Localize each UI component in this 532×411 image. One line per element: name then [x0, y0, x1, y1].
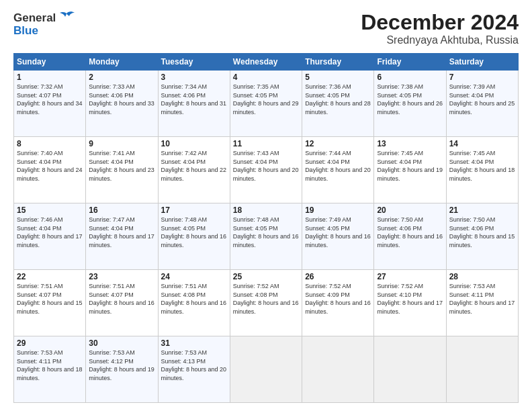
day-cell — [230, 336, 302, 403]
day-info: Sunrise: 7:43 AM Sunset: 4:04 PM Dayligh… — [233, 149, 299, 183]
day-number: 9 — [89, 139, 154, 148]
logo-blue: Blue — [13, 24, 76, 38]
day-cell: 13 Sunrise: 7:45 AM Sunset: 4:04 PM Dayl… — [374, 137, 446, 203]
header-row: Sunday Monday Tuesday Wednesday Thursday… — [14, 54, 519, 71]
day-cell: 17 Sunrise: 7:48 AM Sunset: 4:05 PM Dayl… — [158, 203, 230, 270]
day-cell: 20 Sunrise: 7:50 AM Sunset: 4:06 PM Dayl… — [374, 203, 446, 270]
day-cell: 18 Sunrise: 7:48 AM Sunset: 4:05 PM Dayl… — [230, 203, 302, 270]
col-sunday: Sunday — [14, 54, 86, 71]
day-info: Sunrise: 7:33 AM Sunset: 4:06 PM Dayligh… — [89, 83, 154, 116]
day-info: Sunrise: 7:53 AM Sunset: 4:13 PM Dayligh… — [161, 349, 227, 382]
day-cell: 5 Sunrise: 7:36 AM Sunset: 4:05 PM Dayli… — [302, 71, 374, 137]
day-cell: 4 Sunrise: 7:35 AM Sunset: 4:05 PM Dayli… — [230, 71, 302, 137]
week-row-2: 15 Sunrise: 7:46 AM Sunset: 4:04 PM Dayl… — [14, 203, 519, 270]
day-cell: 26 Sunrise: 7:52 AM Sunset: 4:09 PM Dayl… — [302, 270, 374, 336]
day-info: Sunrise: 7:51 AM Sunset: 4:08 PM Dayligh… — [161, 282, 227, 316]
day-number: 18 — [233, 205, 299, 215]
day-info: Sunrise: 7:45 AM Sunset: 4:04 PM Dayligh… — [449, 149, 515, 183]
day-cell — [374, 336, 446, 403]
day-cell: 31 Sunrise: 7:53 AM Sunset: 4:13 PM Dayl… — [158, 336, 230, 403]
day-number: 31 — [161, 338, 227, 348]
day-number: 4 — [233, 73, 299, 82]
day-number: 5 — [305, 73, 371, 82]
day-info: Sunrise: 7:50 AM Sunset: 4:06 PM Dayligh… — [449, 216, 515, 249]
day-number: 8 — [17, 139, 83, 148]
day-info: Sunrise: 7:46 AM Sunset: 4:04 PM Dayligh… — [17, 216, 83, 249]
week-row-0: 1 Sunrise: 7:32 AM Sunset: 4:07 PM Dayli… — [14, 71, 519, 137]
calendar-body: 1 Sunrise: 7:32 AM Sunset: 4:07 PM Dayli… — [14, 71, 519, 403]
day-info: Sunrise: 7:53 AM Sunset: 4:11 PM Dayligh… — [17, 349, 83, 382]
day-number: 16 — [89, 205, 154, 215]
day-cell: 23 Sunrise: 7:51 AM Sunset: 4:07 PM Dayl… — [86, 270, 158, 336]
logo: General Blue — [13, 11, 76, 38]
day-info: Sunrise: 7:49 AM Sunset: 4:05 PM Dayligh… — [305, 216, 371, 249]
col-friday: Friday — [374, 54, 446, 71]
week-row-4: 29 Sunrise: 7:53 AM Sunset: 4:11 PM Dayl… — [14, 336, 519, 403]
day-number: 1 — [17, 73, 83, 82]
day-number: 24 — [161, 272, 227, 281]
day-info: Sunrise: 7:53 AM Sunset: 4:12 PM Dayligh… — [89, 349, 154, 382]
day-number: 27 — [377, 272, 443, 281]
day-info: Sunrise: 7:52 AM Sunset: 4:09 PM Dayligh… — [305, 282, 371, 316]
day-number: 19 — [305, 205, 371, 215]
day-number: 12 — [305, 139, 371, 148]
calendar-table: Sunday Monday Tuesday Wednesday Thursday… — [13, 53, 519, 403]
week-row-1: 8 Sunrise: 7:40 AM Sunset: 4:04 PM Dayli… — [14, 137, 519, 203]
day-number: 14 — [449, 139, 515, 148]
day-cell: 2 Sunrise: 7:33 AM Sunset: 4:06 PM Dayli… — [86, 71, 158, 137]
logo-general: General — [13, 11, 56, 25]
day-number: 13 — [377, 139, 443, 148]
day-cell: 25 Sunrise: 7:52 AM Sunset: 4:08 PM Dayl… — [230, 270, 302, 336]
day-cell — [302, 336, 374, 403]
day-cell: 10 Sunrise: 7:42 AM Sunset: 4:04 PM Dayl… — [158, 137, 230, 203]
day-cell: 3 Sunrise: 7:34 AM Sunset: 4:06 PM Dayli… — [158, 71, 230, 137]
day-info: Sunrise: 7:40 AM Sunset: 4:04 PM Dayligh… — [17, 149, 83, 183]
day-info: Sunrise: 7:41 AM Sunset: 4:04 PM Dayligh… — [89, 149, 154, 183]
day-info: Sunrise: 7:52 AM Sunset: 4:08 PM Dayligh… — [233, 282, 299, 316]
week-row-3: 22 Sunrise: 7:51 AM Sunset: 4:07 PM Dayl… — [14, 270, 519, 336]
day-number: 11 — [233, 139, 299, 148]
day-number: 25 — [233, 272, 299, 281]
day-number: 6 — [377, 73, 443, 82]
day-cell: 30 Sunrise: 7:53 AM Sunset: 4:12 PM Dayl… — [86, 336, 158, 403]
day-info: Sunrise: 7:48 AM Sunset: 4:05 PM Dayligh… — [233, 216, 299, 249]
day-number: 20 — [377, 205, 443, 215]
day-info: Sunrise: 7:53 AM Sunset: 4:11 PM Dayligh… — [449, 282, 515, 316]
day-number: 15 — [17, 205, 83, 215]
day-number: 30 — [89, 338, 154, 348]
day-cell: 6 Sunrise: 7:38 AM Sunset: 4:05 PM Dayli… — [374, 71, 446, 137]
day-cell: 24 Sunrise: 7:51 AM Sunset: 4:08 PM Dayl… — [158, 270, 230, 336]
day-number: 17 — [161, 205, 227, 215]
day-info: Sunrise: 7:36 AM Sunset: 4:05 PM Dayligh… — [305, 83, 371, 116]
day-number: 22 — [17, 272, 83, 281]
day-cell — [446, 336, 518, 403]
day-cell: 21 Sunrise: 7:50 AM Sunset: 4:06 PM Dayl… — [446, 203, 518, 270]
title-block: December 2024 Srednyaya Akhtuba, Russia — [361, 11, 519, 46]
day-cell: 22 Sunrise: 7:51 AM Sunset: 4:07 PM Dayl… — [14, 270, 86, 336]
calendar-subtitle: Srednyaya Akhtuba, Russia — [361, 34, 519, 46]
col-saturday: Saturday — [446, 54, 518, 71]
day-info: Sunrise: 7:39 AM Sunset: 4:04 PM Dayligh… — [449, 83, 515, 116]
day-info: Sunrise: 7:34 AM Sunset: 4:06 PM Dayligh… — [161, 83, 227, 116]
day-cell: 14 Sunrise: 7:45 AM Sunset: 4:04 PM Dayl… — [446, 137, 518, 203]
day-number: 2 — [89, 73, 154, 82]
logo-bird-icon — [57, 11, 76, 26]
day-info: Sunrise: 7:51 AM Sunset: 4:07 PM Dayligh… — [17, 282, 83, 316]
col-tuesday: Tuesday — [158, 54, 230, 71]
day-info: Sunrise: 7:44 AM Sunset: 4:04 PM Dayligh… — [305, 149, 371, 183]
header: General Blue December 2024 Srednyaya Akh… — [13, 11, 519, 46]
day-cell: 27 Sunrise: 7:52 AM Sunset: 4:10 PM Dayl… — [374, 270, 446, 336]
day-cell: 9 Sunrise: 7:41 AM Sunset: 4:04 PM Dayli… — [86, 137, 158, 203]
col-thursday: Thursday — [302, 54, 374, 71]
day-number: 10 — [161, 139, 227, 148]
day-cell: 7 Sunrise: 7:39 AM Sunset: 4:04 PM Dayli… — [446, 71, 518, 137]
day-cell: 29 Sunrise: 7:53 AM Sunset: 4:11 PM Dayl… — [14, 336, 86, 403]
day-cell: 12 Sunrise: 7:44 AM Sunset: 4:04 PM Dayl… — [302, 137, 374, 203]
day-cell: 28 Sunrise: 7:53 AM Sunset: 4:11 PM Dayl… — [446, 270, 518, 336]
col-wednesday: Wednesday — [230, 54, 302, 71]
day-info: Sunrise: 7:48 AM Sunset: 4:05 PM Dayligh… — [161, 216, 227, 249]
day-number: 28 — [449, 272, 515, 281]
day-cell: 19 Sunrise: 7:49 AM Sunset: 4:05 PM Dayl… — [302, 203, 374, 270]
day-cell: 1 Sunrise: 7:32 AM Sunset: 4:07 PM Dayli… — [14, 71, 86, 137]
day-info: Sunrise: 7:51 AM Sunset: 4:07 PM Dayligh… — [89, 282, 154, 316]
